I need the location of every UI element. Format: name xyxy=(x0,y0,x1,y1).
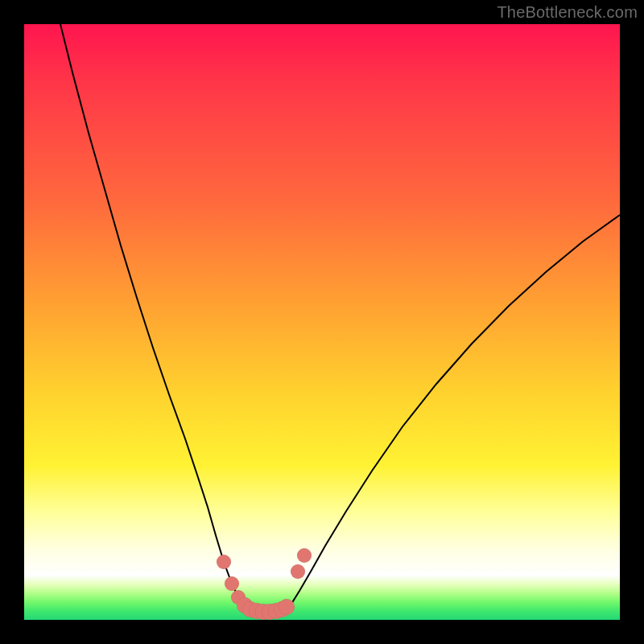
chart-stage: TheBottleneck.com xyxy=(0,0,644,644)
data-marker xyxy=(291,564,305,579)
data-marker xyxy=(279,599,295,615)
data-marker xyxy=(217,555,231,569)
marker-group xyxy=(217,548,312,620)
marker-layer xyxy=(24,24,620,620)
data-marker xyxy=(225,576,239,591)
data-marker xyxy=(297,548,312,563)
plot-area xyxy=(24,24,620,620)
watermark-text: TheBottleneck.com xyxy=(497,3,638,22)
